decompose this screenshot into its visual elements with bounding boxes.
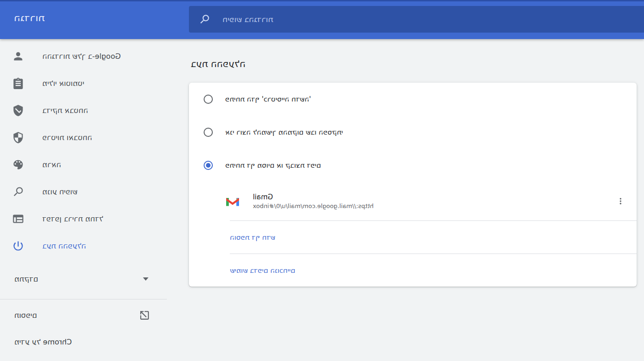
sidebar-item-extensions[interactable]: תוספים xyxy=(0,303,167,327)
radio-continue-where-left-off[interactable]: אני רוצה להמשיך מהמקום שבו הפסקתי xyxy=(189,116,637,149)
add-new-page-label: הוספת דף חדש xyxy=(230,233,275,242)
about-label: מידע על Chrome xyxy=(14,338,72,346)
sidebar-divider xyxy=(0,299,167,299)
magnifier-icon xyxy=(12,186,24,198)
clipboard-icon xyxy=(12,77,24,90)
sidebar-item-you-and-google[interactable]: ההגדרות שלך ב-Google xyxy=(0,43,167,70)
use-current-pages-button[interactable]: שימוש בדפים הנוכחיים xyxy=(189,254,637,287)
shield-check-icon xyxy=(12,104,24,117)
sidebar-item-search-engine[interactable]: מנוע חיפוש xyxy=(0,178,167,205)
sidebar-item-label: דפדפן ברירת מחדל xyxy=(42,214,103,223)
on-startup-card: פתיחת הדף 'כרטיסייה חדשה' אני רוצה להמשי… xyxy=(189,83,637,287)
sidebar-item-default-browser[interactable]: דפדפן ברירת מחדל xyxy=(0,205,167,232)
power-icon xyxy=(12,240,24,252)
chrome-settings-window: הגדרות חיפוש בהגדרות ההגדרות שלך ב-Googl… xyxy=(0,0,644,361)
header-bar: הגדרות חיפוש בהגדרות xyxy=(0,0,644,39)
add-new-page-button[interactable]: הוספת דף חדש xyxy=(189,221,637,254)
radio-label: פתיחת הדף 'כרטיסייה חדשה' xyxy=(225,95,311,103)
search-placeholder-text: חיפוש בהגדרות xyxy=(222,15,273,24)
palette-icon xyxy=(12,158,24,171)
search-icon xyxy=(199,13,211,25)
chevron-down-icon xyxy=(143,277,148,281)
radio-label: פתיחת דף מסוים או קבוצת דפים xyxy=(225,161,321,169)
sidebar-item-safety-check[interactable]: בדיקת אבטחה xyxy=(0,97,167,124)
settings-sidebar: ההגדרות שלך ב-Google מילוי אוטומטי בדיקת… xyxy=(0,39,167,361)
person-icon xyxy=(12,50,24,62)
radio-button-icon[interactable] xyxy=(204,95,213,104)
extensions-label: תוספים xyxy=(14,311,37,320)
gmail-icon xyxy=(226,196,239,206)
radio-open-new-tab[interactable]: פתיחת הדף 'כרטיסייה חדשה' xyxy=(189,83,637,116)
sidebar-item-autofill[interactable]: מילוי אוטומטי xyxy=(0,70,167,97)
sidebar-item-label: ההגדרות שלך ב-Google xyxy=(42,52,121,61)
startup-page-row: Gmail https://mail.google.com/mail/u/0/#… xyxy=(189,182,637,220)
sidebar-item-label: בעת ההפעלה xyxy=(42,242,86,250)
sidebar-item-privacy-security[interactable]: פרטיות ואבטחה xyxy=(0,124,167,151)
sidebar-item-on-startup[interactable]: בעת ההפעלה xyxy=(0,232,167,259)
use-current-pages-label: שימוש בדפים הנוכחיים xyxy=(230,266,295,275)
radio-button-icon[interactable] xyxy=(204,128,213,137)
security-shield-icon xyxy=(12,131,24,144)
sidebar-advanced-toggle[interactable]: מתקדם xyxy=(0,267,167,291)
sidebar-item-label: מילוי אוטומטי xyxy=(42,79,84,88)
main-content: בעת ההפעלה פתיחת הדף 'כרטיסייה חדשה' אני… xyxy=(189,39,637,287)
sidebar-item-label: בדיקת אבטחה xyxy=(42,106,88,115)
radio-label: אני רוצה להמשיך מהמקום שבו הפסקתי xyxy=(225,128,343,136)
sidebar-item-about-chrome[interactable]: מידע על Chrome xyxy=(0,330,167,354)
browser-window-icon xyxy=(12,213,24,225)
radio-button-selected-icon[interactable] xyxy=(204,161,213,170)
sidebar-item-label: מראה xyxy=(42,160,61,169)
advanced-label: מתקדם xyxy=(14,275,38,283)
more-actions-icon[interactable] xyxy=(616,195,625,207)
page-title: הגדרות xyxy=(14,12,45,23)
settings-search-input[interactable]: חיפוש בהגדרות xyxy=(189,6,644,33)
startup-page-title: Gmail xyxy=(253,193,374,201)
open-in-new-icon xyxy=(139,310,150,321)
startup-page-info: Gmail https://mail.google.com/mail/u/0/#… xyxy=(253,193,374,209)
sidebar-item-appearance[interactable]: מראה xyxy=(0,151,167,178)
section-heading: בעת ההפעלה xyxy=(191,58,637,70)
sidebar-item-label: פרטיות ואבטחה xyxy=(42,133,92,142)
radio-open-specific-pages[interactable]: פתיחת דף מסוים או קבוצת דפים xyxy=(189,149,637,182)
sidebar-item-label: מנוע חיפוש xyxy=(42,187,77,196)
startup-page-url: https://mail.google.com/mail/u/0/#inbox xyxy=(253,203,374,209)
